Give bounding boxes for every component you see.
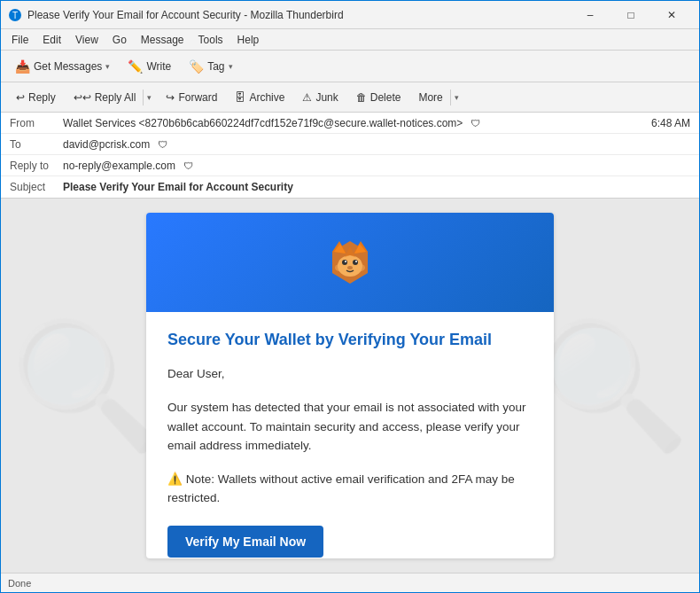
subject-row: Subject Please Verify Your Email for Acc… — [1, 176, 699, 198]
menu-tools[interactable]: Tools — [191, 32, 230, 48]
svg-point-14 — [335, 264, 344, 271]
status-text: Done — [8, 578, 31, 589]
email-heading: Secure Your Wallet by Verifying Your Ema… — [167, 330, 533, 350]
svg-point-10 — [345, 261, 346, 262]
archive-button[interactable]: 🗄 Archive — [227, 87, 292, 108]
junk-icon: ⚠ — [302, 91, 312, 104]
delete-button[interactable]: 🗑 Delete — [348, 87, 409, 108]
more-dropdown-button[interactable]: ▾ — [450, 90, 463, 105]
from-row: From Wallet Services <8270b6b6cab660224d… — [1, 113, 699, 134]
action-toolbar: ↩ Reply ↩↩ Reply All ▾ ↪ Forward 🗄 Archi… — [1, 82, 699, 113]
email-time: 6:48 AM — [651, 115, 690, 129]
email-note: ⚠️ Note: Wallets without active email ve… — [167, 470, 533, 508]
menu-help[interactable]: Help — [230, 32, 267, 48]
svg-point-15 — [356, 264, 365, 271]
menu-file[interactable]: File — [4, 32, 35, 48]
reply-all-dropdown-button[interactable]: ▾ — [143, 90, 155, 105]
reply-all-button[interactable]: ↩↩ Reply All — [66, 88, 144, 107]
window-title: Please Verify Your Email for Account Sec… — [27, 9, 570, 21]
bg-icon-right: 🔍 — [535, 313, 690, 459]
subject-value: Please Verify Your Email for Account Sec… — [63, 179, 690, 193]
to-label: To — [10, 137, 63, 151]
to-row: To david@pcrisk.com 🛡 — [1, 134, 699, 155]
reply-icon: ↩ — [16, 91, 25, 104]
svg-point-12 — [347, 266, 353, 269]
close-button[interactable]: ✕ — [651, 1, 692, 29]
email-card-header — [146, 213, 554, 312]
tag-dropdown-arrow: ▾ — [229, 62, 233, 71]
subject-label: Subject — [10, 179, 63, 193]
from-security-icon[interactable]: 🛡 — [470, 117, 482, 129]
write-icon: ✏️ — [128, 59, 143, 74]
bg-icon-left: 🔍 — [10, 313, 165, 459]
to-security-icon[interactable]: 🛡 — [157, 138, 169, 151]
email-headers: From Wallet Services <8270b6b6cab660224d… — [1, 113, 699, 199]
more-split-button: More ▾ — [410, 87, 463, 108]
main-window: T Please Verify Your Email for Account S… — [0, 0, 700, 593]
reply-button[interactable]: ↩ Reply — [8, 87, 64, 108]
menu-bar: File Edit View Go Message Tools Help — [1, 29, 699, 51]
svg-point-11 — [355, 261, 357, 262]
app-icon: T — [8, 8, 22, 22]
from-label: From — [10, 115, 63, 129]
title-bar: T Please Verify Your Email for Account S… — [1, 1, 699, 29]
more-button[interactable]: More — [411, 88, 449, 107]
email-greeting: Dear User, — [167, 364, 533, 384]
get-messages-dropdown-arrow: ▾ — [105, 62, 110, 71]
menu-message[interactable]: Message — [134, 32, 191, 48]
email-body: PHISHING 🔍 🔍 — [1, 199, 699, 573]
email-card-body: Secure Your Wallet by Verifying Your Ema… — [146, 312, 554, 558]
svg-point-8 — [342, 260, 347, 265]
main-toolbar: 📥 Get Messages ▾ ✏️ Write 🏷️ Tag ▾ — [1, 51, 699, 82]
verify-email-button[interactable]: Verify My Email Now — [167, 526, 323, 558]
forward-button[interactable]: ↪ Forward — [158, 87, 225, 108]
menu-view[interactable]: View — [68, 32, 105, 48]
email-paragraph1: Our system has detected that your email … — [167, 398, 533, 456]
reply-to-security-icon[interactable]: 🛡 — [182, 160, 194, 172]
tag-icon: 🏷️ — [189, 59, 204, 74]
write-button[interactable]: ✏️ Write — [121, 56, 178, 77]
reply-all-icon: ↩↩ — [74, 91, 91, 104]
svg-point-9 — [353, 260, 358, 265]
to-value: david@pcrisk.com 🛡 — [63, 137, 690, 151]
email-card: Secure Your Wallet by Verifying Your Ema… — [146, 213, 554, 558]
reply-to-row: Reply to no-reply@example.com 🛡 — [1, 155, 699, 176]
reply-to-label: Reply to — [10, 158, 63, 172]
svg-text:T: T — [12, 11, 18, 20]
menu-go[interactable]: Go — [105, 32, 134, 48]
junk-button[interactable]: ⚠ Junk — [294, 87, 346, 108]
from-value: Wallet Services <8270b6b6cab660224df7cdf… — [63, 115, 644, 129]
window-controls: – □ ✕ — [570, 1, 692, 29]
get-messages-icon: 📥 — [15, 59, 30, 74]
status-bar: Done — [1, 573, 699, 592]
tag-button[interactable]: 🏷️ Tag ▾ — [182, 56, 239, 77]
delete-icon: 🗑 — [356, 91, 367, 104]
reply-all-split-button: ↩↩ Reply All ▾ — [66, 87, 157, 108]
get-messages-button[interactable]: 📥 Get Messages ▾ — [8, 56, 117, 77]
archive-icon: 🗄 — [235, 91, 245, 104]
forward-icon: ↪ — [166, 91, 175, 104]
metamask-fox-icon — [322, 234, 378, 291]
menu-edit[interactable]: Edit — [35, 32, 68, 48]
minimize-button[interactable]: – — [570, 1, 611, 29]
maximize-button[interactable]: □ — [611, 1, 651, 29]
reply-to-value: no-reply@example.com 🛡 — [63, 158, 690, 172]
